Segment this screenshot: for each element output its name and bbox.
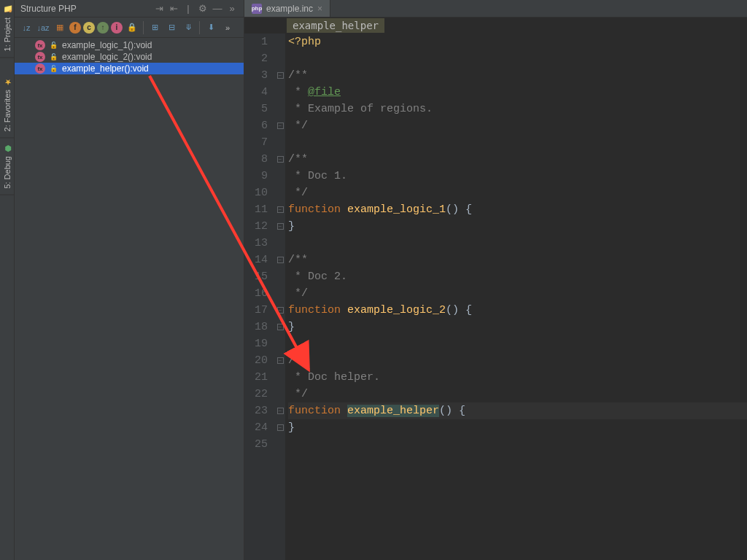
line-number[interactable]: 13 — [244, 235, 268, 252]
line-number[interactable]: 25 — [244, 436, 268, 453]
fold-end-icon[interactable]: − — [277, 223, 284, 230]
tree-item-label: example_logic_2():void — [62, 52, 152, 62]
download-icon[interactable]: ⬇ — [204, 20, 218, 35]
scroll-to-source-icon[interactable]: ⇥ — [153, 3, 165, 15]
show-inherited-icon[interactable]: ↑ — [97, 22, 109, 34]
code-token: * Doc helper. — [288, 371, 380, 384]
tree-item-label: example_logic_1():void — [62, 40, 152, 50]
structure-tree[interactable]: fx 🔓 example_logic_1():void fx 🔓 example… — [15, 38, 244, 560]
line-number[interactable]: 15 — [244, 268, 268, 285]
divider-icon: | — [182, 3, 194, 15]
more-actions-icon[interactable]: » — [220, 20, 235, 35]
php-file-icon: php — [252, 4, 262, 14]
tab-label: example.inc — [266, 4, 313, 14]
group-icon[interactable]: ▦ — [53, 20, 67, 35]
code-token: function — [288, 203, 341, 216]
structure-panel: Structure PHP ⇥ ⇤ | ⚙ — » ↓z ↓az ▦ f c ↑… — [15, 0, 244, 560]
fold-collapse-icon[interactable]: − — [277, 206, 284, 213]
line-number[interactable]: 9 — [244, 168, 268, 184]
tree-item-label: example_helper():void — [62, 63, 149, 74]
code-token: function — [288, 304, 341, 316]
code-token: function — [288, 405, 341, 417]
line-number[interactable]: 8 — [244, 151, 268, 168]
line-number[interactable]: 12 — [244, 218, 268, 235]
tree-item-example-helper[interactable]: fx 🔓 example_helper():void — [15, 63, 244, 74]
code-token: * — [288, 86, 308, 98]
line-number-gutter[interactable]: 1 2 3 4 5 6 7 8 9 10 11 12 13 14 15 16 1… — [244, 34, 275, 560]
fold-collapse-icon[interactable]: − — [277, 72, 284, 79]
show-constants-icon[interactable]: c — [83, 22, 95, 34]
editor-tab-bar: php example.inc × — [244, 0, 747, 18]
fold-collapse-icon[interactable]: − — [277, 156, 284, 163]
code-token: @file — [308, 86, 341, 98]
code-content[interactable]: <?php /** * @file * Example of regions. … — [285, 34, 747, 560]
line-number[interactable]: 23 — [244, 402, 268, 419]
code-token: /** — [288, 254, 308, 266]
expand-all-icon[interactable]: ⊞ — [147, 20, 162, 35]
collapse-all-icon[interactable]: ⊟ — [164, 20, 179, 35]
fold-end-icon[interactable]: − — [277, 424, 284, 431]
tree-item-example-logic-2[interactable]: fx 🔓 example_logic_2():void — [15, 51, 244, 63]
fold-collapse-icon[interactable]: − — [277, 357, 284, 364]
line-number[interactable]: 24 — [244, 419, 268, 436]
line-number[interactable]: 19 — [244, 335, 268, 352]
line-number[interactable]: 14 — [244, 252, 268, 268]
scroll-from-source-icon[interactable]: ⇤ — [168, 3, 179, 15]
star-icon: ★ — [3, 78, 12, 87]
line-number[interactable]: 16 — [244, 285, 268, 302]
tool-window-rail: 1: Project 📁 2: Favorites ★ 5: Debug ⬢ — [0, 0, 15, 560]
fold-gutter[interactable]: − − − − − − − − − − − — [275, 34, 285, 560]
fold-collapse-icon[interactable]: − — [277, 408, 284, 414]
line-number[interactable]: 21 — [244, 369, 268, 386]
autoscroll-icon[interactable]: ⤋ — [181, 20, 196, 35]
fold-collapse-icon[interactable]: − — [277, 307, 284, 314]
rail-debug-label: 5: Debug — [3, 156, 12, 189]
line-number[interactable]: 6 — [244, 117, 268, 134]
lock-icon: 🔓 — [50, 53, 58, 61]
more-icon[interactable]: » — [226, 3, 238, 15]
line-number[interactable]: 17 — [244, 302, 268, 319]
show-nonpublic-icon[interactable]: 🔒 — [125, 20, 139, 35]
fold-end-icon[interactable]: − — [277, 324, 284, 330]
rail-project[interactable]: 1: Project 📁 — [0, 0, 14, 58]
gear-icon[interactable]: ⚙ — [197, 3, 209, 15]
fold-end-icon[interactable]: − — [277, 122, 284, 129]
code-token: example_helper — [347, 405, 439, 417]
line-number[interactable]: 3 — [244, 67, 268, 84]
code-token: /** — [288, 354, 308, 367]
code-token: () { — [446, 304, 472, 316]
line-number[interactable]: 1 — [244, 34, 268, 50]
line-number[interactable]: 2 — [244, 50, 268, 67]
lock-icon: 🔓 — [50, 65, 58, 72]
rail-debug[interactable]: 5: Debug ⬢ — [0, 139, 14, 195]
sort-alpha-icon[interactable]: ↓z — [19, 20, 34, 35]
code-token: */ — [288, 187, 308, 199]
sort-visibility-icon[interactable]: ↓az — [36, 20, 50, 35]
tab-example-inc[interactable]: php example.inc × — [244, 0, 330, 17]
line-number[interactable]: 7 — [244, 134, 268, 151]
line-number[interactable]: 22 — [244, 386, 268, 402]
breadcrumb-item[interactable]: example_helper — [287, 18, 384, 33]
show-fields-icon[interactable]: f — [69, 22, 81, 34]
line-number[interactable]: 5 — [244, 101, 268, 117]
line-number[interactable]: 11 — [244, 201, 268, 218]
minimize-icon[interactable]: — — [212, 3, 223, 15]
lock-icon: 🔓 — [50, 42, 58, 49]
code-token: * Example of regions. — [288, 103, 433, 115]
folder-icon: 📁 — [3, 6, 12, 15]
code-token: example_logic_2 — [347, 304, 446, 316]
line-number[interactable]: 20 — [244, 352, 268, 369]
code-token: () { — [439, 405, 465, 417]
line-number[interactable]: 18 — [244, 319, 268, 335]
code-editor[interactable]: 1 2 3 4 5 6 7 8 9 10 11 12 13 14 15 16 1… — [244, 34, 747, 560]
line-number[interactable]: 10 — [244, 184, 268, 201]
tree-item-example-logic-1[interactable]: fx 🔓 example_logic_1():void — [15, 39, 244, 51]
rail-favorites[interactable]: 2: Favorites ★ — [0, 72, 14, 138]
code-token: /** — [288, 69, 308, 82]
close-icon[interactable]: × — [317, 4, 322, 14]
fold-collapse-icon[interactable]: − — [277, 257, 284, 263]
show-includes-icon[interactable]: i — [111, 22, 123, 34]
code-token: } — [288, 220, 295, 233]
line-number[interactable]: 4 — [244, 84, 268, 101]
code-token: } — [288, 421, 295, 434]
